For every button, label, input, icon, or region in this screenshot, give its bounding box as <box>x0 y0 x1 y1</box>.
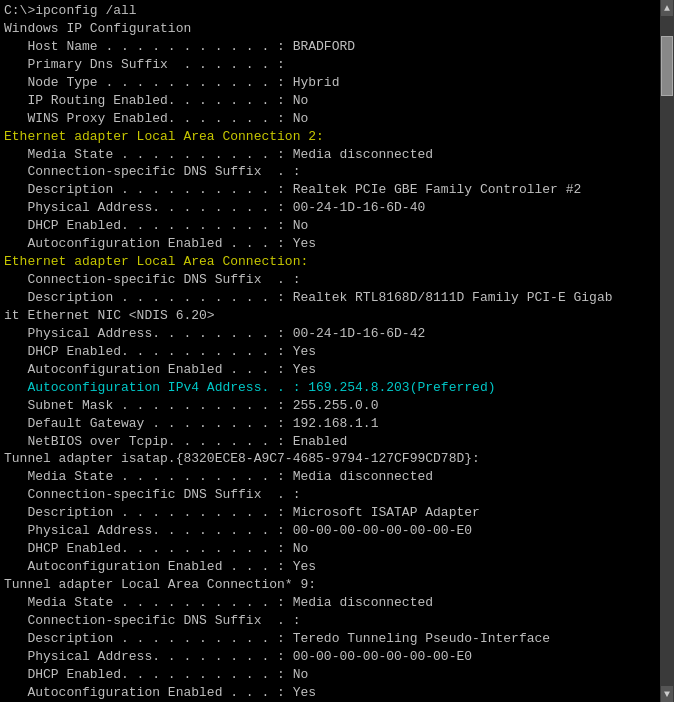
terminal-line: it Ethernet NIC <NDIS 6.20> <box>4 307 670 325</box>
scroll-down-button[interactable]: ▼ <box>661 686 673 702</box>
terminal-line: Physical Address. . . . . . . . : 00-24-… <box>4 325 670 343</box>
terminal-line: WINS Proxy Enabled. . . . . . . : No <box>4 110 670 128</box>
terminal-line: Connection-specific DNS Suffix . : <box>4 163 670 181</box>
terminal-line: Description . . . . . . . . . . : Teredo… <box>4 630 670 648</box>
terminal-line: DHCP Enabled. . . . . . . . . . : No <box>4 666 670 684</box>
scroll-up-button[interactable]: ▲ <box>661 0 673 16</box>
scrollbar[interactable]: ▲ ▼ <box>660 0 674 702</box>
terminal-line: Ethernet adapter Local Area Connection 2… <box>4 128 670 146</box>
terminal-line: Autoconfiguration Enabled . . . : Yes <box>4 558 670 576</box>
terminal-line: DHCP Enabled. . . . . . . . . . : Yes <box>4 343 670 361</box>
terminal-line: Description . . . . . . . . . . : Realte… <box>4 181 670 199</box>
terminal-line: Connection-specific DNS Suffix . : <box>4 486 670 504</box>
terminal-line: NetBIOS over Tcpip. . . . . . . : Enable… <box>4 433 670 451</box>
terminal-line: Description . . . . . . . . . . : Realte… <box>4 289 670 307</box>
terminal-line: IP Routing Enabled. . . . . . . : No <box>4 92 670 110</box>
terminal-line: Windows IP Configuration <box>4 20 670 38</box>
terminal-line: Connection-specific DNS Suffix . : <box>4 612 670 630</box>
terminal-window: C:\>ipconfig /allWindows IP Configuratio… <box>0 0 674 702</box>
terminal-line: Subnet Mask . . . . . . . . . . : 255.25… <box>4 397 670 415</box>
terminal-line: Default Gateway . . . . . . . . : 192.16… <box>4 415 670 433</box>
terminal-line: Physical Address. . . . . . . . : 00-00-… <box>4 648 670 666</box>
terminal-line: Autoconfiguration IPv4 Address. . : 169.… <box>4 379 670 397</box>
terminal-line: Connection-specific DNS Suffix . : <box>4 271 670 289</box>
terminal-line: Description . . . . . . . . . . : Micros… <box>4 504 670 522</box>
terminal-line: Media State . . . . . . . . . . : Media … <box>4 146 670 164</box>
terminal-line: C:\>ipconfig /all <box>4 2 670 20</box>
terminal-line: Node Type . . . . . . . . . . . : Hybrid <box>4 74 670 92</box>
terminal-line: Primary Dns Suffix . . . . . . : <box>4 56 670 74</box>
terminal-line: Autoconfiguration Enabled . . . : Yes <box>4 361 670 379</box>
terminal-line: Physical Address. . . . . . . . : 00-24-… <box>4 199 670 217</box>
terminal-line: Media State . . . . . . . . . . : Media … <box>4 594 670 612</box>
terminal-line: Tunnel adapter Local Area Connection* 9: <box>4 576 670 594</box>
terminal-line: DHCP Enabled. . . . . . . . . . : No <box>4 540 670 558</box>
scrollbar-thumb[interactable] <box>661 36 673 96</box>
terminal-line: DHCP Enabled. . . . . . . . . . : No <box>4 217 670 235</box>
terminal-line: Autoconfiguration Enabled . . . : Yes <box>4 235 670 253</box>
terminal-line: Tunnel adapter isatap.{8320ECE8-A9C7-468… <box>4 450 670 468</box>
terminal-content: C:\>ipconfig /allWindows IP Configuratio… <box>4 2 670 702</box>
terminal-line: Physical Address. . . . . . . . : 00-00-… <box>4 522 670 540</box>
terminal-line: Host Name . . . . . . . . . . . : BRADFO… <box>4 38 670 56</box>
terminal-line: Media State . . . . . . . . . . : Media … <box>4 468 670 486</box>
terminal-line: Autoconfiguration Enabled . . . : Yes <box>4 684 670 702</box>
terminal-line: Ethernet adapter Local Area Connection: <box>4 253 670 271</box>
